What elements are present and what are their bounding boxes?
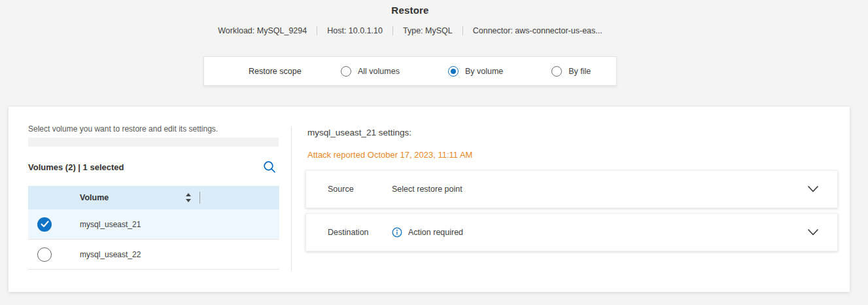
attack-reported-alert: Attack reported October 17, 2023, 11:11 … (307, 150, 472, 160)
page-header: Restore Workload: MySQL_9294 Host: 10.0.… (0, 0, 820, 35)
column-resize-handle[interactable] (200, 192, 200, 204)
sort-arrows-icon[interactable] (185, 193, 192, 205)
meta-workload: Workload: MySQL_9294 (218, 26, 307, 35)
chevron-down-icon[interactable] (807, 185, 820, 196)
volume-name: mysql_useast_22 (80, 250, 141, 259)
radio-by-volume-label: By volume (465, 67, 503, 76)
restore-scope-bar: Restore scope All volumes By volume By f… (203, 56, 617, 86)
chevron-down-icon[interactable] (807, 228, 820, 240)
radio-all-volumes-label: All volumes (358, 67, 400, 76)
meta-type: Type: MySQL (403, 26, 453, 35)
volume-select-instruction: Select volume you want to restore and ed… (28, 124, 218, 134)
radio-by-volume[interactable]: By volume (448, 66, 503, 77)
radio-circle-icon[interactable] (37, 247, 52, 262)
check-circle-icon[interactable] (37, 217, 52, 232)
volume-name: mysql_useast_21 (80, 220, 141, 229)
destination-accordion[interactable]: Destination Action required (305, 213, 838, 251)
panel-divider (291, 126, 292, 271)
search-button[interactable] (262, 160, 277, 174)
placeholder-strip (28, 137, 279, 147)
volume-column-header: Volume (80, 193, 109, 202)
meta-separator (392, 26, 393, 35)
source-label: Source (328, 185, 392, 194)
restore-scope-options: All volumes By volume By file (341, 66, 591, 77)
destination-value: Action required (408, 228, 463, 237)
meta-host: Host: 10.0.1.10 (327, 26, 383, 35)
radio-all-volumes[interactable]: All volumes (341, 66, 400, 77)
source-accordion[interactable]: Source Select restore point (305, 170, 838, 208)
radio-by-file-label: By file (568, 67, 591, 76)
meta-connector: Connector: aws-connector-us-eas... (473, 26, 602, 35)
meta-separator (317, 26, 317, 35)
meta-separator (462, 26, 463, 35)
restore-scope-label: Restore scope (249, 67, 341, 76)
destination-label: Destination (328, 228, 392, 237)
info-circle-icon (392, 227, 402, 238)
page-title: Restore (0, 5, 820, 16)
radio-by-file[interactable]: By file (551, 66, 591, 77)
radio-icon[interactable] (551, 66, 562, 77)
volumes-table: Volume mysql_useast_21 (28, 186, 279, 270)
table-row-mysql-useast-22[interactable]: mysql_useast_22 (28, 240, 279, 270)
volumes-table-header[interactable]: Volume (28, 186, 279, 209)
source-value: Select restore point (392, 185, 462, 194)
radio-icon[interactable] (341, 66, 351, 77)
volume-settings-title: mysql_useast_21 settings: (307, 128, 411, 137)
radio-selected-icon[interactable] (448, 66, 459, 77)
table-row-mysql-useast-21[interactable]: mysql_useast_21 (28, 209, 279, 240)
restore-main-card: Select volume you want to restore and ed… (9, 107, 850, 292)
volumes-summary: Volumes (2) | 1 selected (28, 162, 124, 172)
workload-meta-line: Workload: MySQL_9294 Host: 10.0.1.10 Typ… (0, 26, 820, 35)
search-icon (262, 160, 277, 174)
restore-page: Restore Workload: MySQL_9294 Host: 10.0.… (0, 0, 868, 305)
